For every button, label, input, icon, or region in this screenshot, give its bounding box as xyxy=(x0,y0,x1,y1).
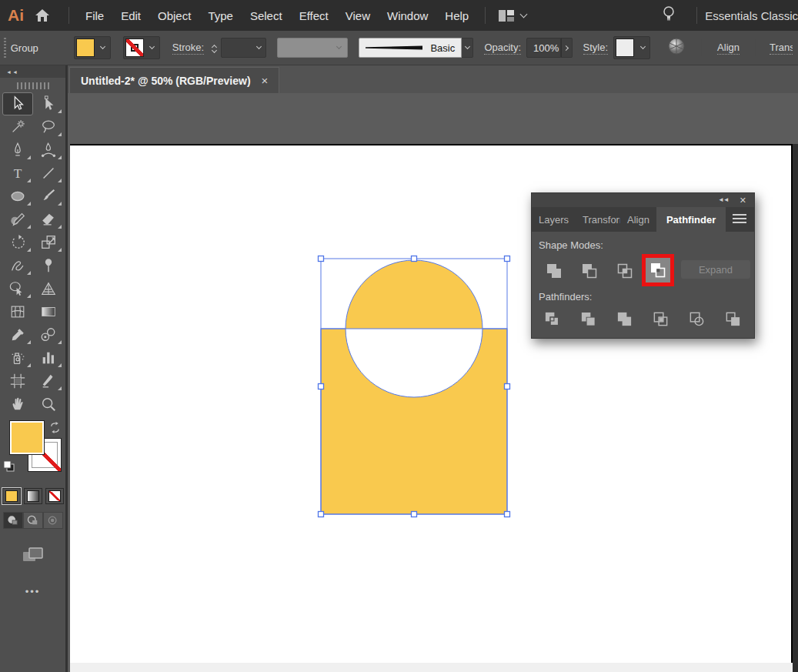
fill-color-control[interactable] xyxy=(74,36,111,59)
edit-toolbar-ellipsis[interactable]: ••• xyxy=(0,586,65,597)
lasso-tool[interactable] xyxy=(33,115,64,139)
eyedropper-tool[interactable] xyxy=(2,323,33,346)
crop-button[interactable] xyxy=(652,310,669,331)
tab-pathfinder[interactable]: Pathfinder xyxy=(656,207,726,232)
pencil-tool[interactable] xyxy=(2,208,33,231)
collapse-panel-icon[interactable]: ◄◄ xyxy=(6,69,18,75)
zoom-tool[interactable] xyxy=(33,393,64,416)
pathfinders-label: Pathfinders: xyxy=(539,291,754,303)
menu-type[interactable]: Type xyxy=(199,9,242,22)
fill-color-swatch[interactable] xyxy=(76,38,95,57)
stroke-color-dropdown[interactable] xyxy=(145,38,159,57)
canvas-viewport[interactable]: ◄◄ ✕ Layers Transform Align Pathfinder S… xyxy=(68,93,798,672)
app-logo[interactable]: Ai xyxy=(8,6,24,25)
menu-select[interactable]: Select xyxy=(242,9,291,22)
paintbrush-tool[interactable] xyxy=(33,185,64,208)
close-tab-icon[interactable]: × xyxy=(262,74,269,87)
home-icon[interactable] xyxy=(35,8,50,22)
puppet-warp-tool[interactable] xyxy=(33,254,64,277)
panel-menu-icon[interactable] xyxy=(733,214,746,226)
menu-help[interactable]: Help xyxy=(436,9,477,22)
discover-bulb-icon[interactable] xyxy=(663,5,675,26)
pen-tool[interactable] xyxy=(2,139,33,162)
brush-dropdown-chevron[interactable] xyxy=(462,38,473,58)
brush-definition-dropdown[interactable]: Basic xyxy=(359,38,462,58)
column-graph-tool[interactable] xyxy=(33,346,64,369)
recolor-artwork-icon[interactable] xyxy=(667,37,686,59)
style-control[interactable] xyxy=(613,36,650,59)
exclude-button[interactable] xyxy=(649,261,667,279)
line-segment-tool[interactable] xyxy=(33,162,64,185)
menu-effect[interactable]: Effect xyxy=(291,9,337,22)
hand-tool[interactable] xyxy=(2,393,33,416)
change-screen-mode-icon[interactable] xyxy=(0,546,65,564)
unite-button[interactable] xyxy=(545,262,563,283)
divide-button[interactable] xyxy=(543,310,561,331)
tools-drag-handle[interactable] xyxy=(17,82,49,89)
menu-edit[interactable]: Edit xyxy=(112,9,149,22)
transform-link[interactable]: Transform xyxy=(770,42,793,55)
menu-window[interactable]: Window xyxy=(379,9,436,22)
direct-selection-tool[interactable] xyxy=(33,92,64,115)
rotate-tool[interactable] xyxy=(2,231,33,254)
gradient-tool[interactable] xyxy=(33,300,64,323)
intersect-button[interactable] xyxy=(616,262,634,283)
menu-object[interactable]: Object xyxy=(149,9,199,22)
mesh-tool[interactable] xyxy=(2,300,33,323)
menu-file[interactable]: File xyxy=(77,9,112,22)
opacity-expand-arrow[interactable] xyxy=(561,38,572,58)
stroke-weight-label[interactable]: Stroke: xyxy=(172,42,204,55)
svg-text:T: T xyxy=(13,165,22,181)
trim-button[interactable] xyxy=(579,310,597,331)
type-tool[interactable]: T xyxy=(2,162,33,185)
color-button[interactable] xyxy=(2,488,21,504)
opacity-value[interactable]: 100% xyxy=(526,38,561,58)
opacity-label[interactable]: Opacity: xyxy=(484,42,521,55)
selection-tool[interactable] xyxy=(2,92,33,115)
gradient-button[interactable] xyxy=(24,488,42,504)
shape-builder-tool[interactable] xyxy=(2,277,33,300)
draw-behind-button[interactable] xyxy=(23,512,43,529)
document-tab[interactable]: Untitled-2* @ 50% (RGB/Preview) × xyxy=(69,67,279,93)
stroke-color-control[interactable] xyxy=(123,36,160,59)
align-link[interactable]: Align xyxy=(717,42,740,55)
collapse-panel-icon[interactable]: ◄◄ xyxy=(718,197,729,203)
stroke-color-swatch[interactable] xyxy=(125,38,144,57)
eraser-tool[interactable] xyxy=(33,208,64,231)
style-dropdown[interactable] xyxy=(636,38,649,57)
stroke-weight-dropdown[interactable] xyxy=(221,38,266,58)
slice-tool[interactable] xyxy=(33,369,64,393)
tab-transform[interactable]: Transform xyxy=(576,207,620,232)
none-button[interactable] xyxy=(45,488,64,504)
draw-normal-button[interactable] xyxy=(3,512,23,529)
symbol-sprayer-tool[interactable] xyxy=(2,346,33,369)
selected-shape[interactable] xyxy=(318,256,510,517)
free-transform-tool[interactable] xyxy=(33,231,64,254)
swap-fill-stroke-icon[interactable] xyxy=(49,422,61,436)
minus-front-button[interactable] xyxy=(580,262,599,283)
default-fill-stroke-icon[interactable] xyxy=(3,460,15,476)
blend-tool[interactable] xyxy=(33,323,64,346)
curvature-tool[interactable] xyxy=(33,139,64,162)
panel-drag-handle[interactable] xyxy=(4,38,6,58)
control-bar: Group Stroke: Basic Opacity: 100% Style: xyxy=(0,31,798,65)
magic-wand-tool[interactable] xyxy=(2,115,33,139)
ellipse-tool[interactable] xyxy=(2,185,33,208)
shaper-tool[interactable] xyxy=(2,254,33,277)
menu-view[interactable]: View xyxy=(337,9,379,22)
perspective-grid-tool[interactable] xyxy=(33,277,64,300)
style-swatch[interactable] xyxy=(616,38,634,57)
tab-layers[interactable]: Layers xyxy=(532,207,576,232)
tab-align[interactable]: Align xyxy=(620,207,656,232)
outline-button[interactable] xyxy=(688,310,706,331)
workspace-switcher[interactable]: Essentials Classic xyxy=(705,9,798,22)
stroke-weight-stepper[interactable] xyxy=(209,42,219,55)
arrange-documents-icon[interactable] xyxy=(498,9,526,22)
fill-color-dropdown[interactable] xyxy=(96,38,110,57)
fill-indicator[interactable] xyxy=(9,420,45,455)
close-panel-icon[interactable]: ✕ xyxy=(740,196,746,205)
merge-button[interactable] xyxy=(616,310,633,331)
brush-stroke-preview xyxy=(366,45,424,51)
artboard-tool[interactable] xyxy=(2,369,33,393)
minus-back-button[interactable] xyxy=(724,310,742,331)
